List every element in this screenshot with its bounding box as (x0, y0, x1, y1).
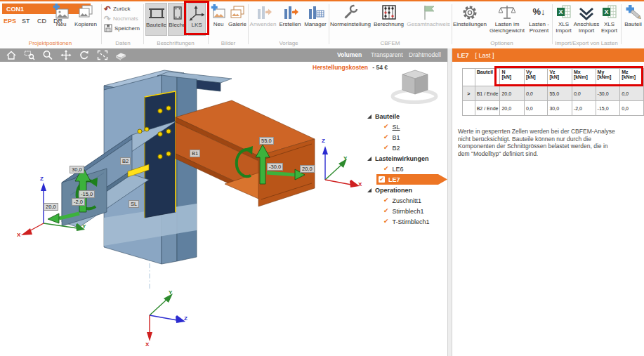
load-case-header: LE7 [ Last ] (452, 48, 644, 62)
button-label: Kopieren (74, 22, 97, 28)
view-mode-volumen[interactable]: Volumen (337, 51, 362, 58)
checkmark-icon[interactable]: ✔ (383, 218, 389, 225)
template-create-button[interactable]: Erstellen (277, 3, 303, 28)
button-label: Bauteil (624, 22, 641, 28)
import-arrows-icon (578, 3, 595, 22)
checkmark-icon[interactable]: ✔ (383, 197, 389, 204)
checkmark-icon[interactable]: ✔ (383, 166, 389, 172)
cost-label: Herstellungskosten (313, 64, 368, 71)
group-label: Vorlage (249, 40, 328, 46)
col-bauteil: Bauteil (475, 69, 500, 86)
checkmark-icon[interactable]: ✔ (383, 208, 389, 214)
tree-item-t-stirnblech1[interactable]: ✔T-Stirnblech1 (383, 216, 430, 227)
add-pencil-icon (624, 3, 643, 22)
axis-label-z: Z (40, 176, 44, 182)
group-separator (208, 4, 209, 44)
triad-right (322, 146, 360, 187)
panel-splitter[interactable] (447, 48, 452, 356)
template-create-icon (281, 3, 299, 22)
group-label: Import/Export von Lasten (553, 40, 619, 46)
home-view-button[interactable] (6, 50, 17, 60)
pan-button[interactable] (60, 50, 72, 60)
tree-item-b2[interactable]: ✔B2 (383, 143, 400, 153)
gear-icon (461, 3, 479, 22)
new-project-button[interactable]: Neu (51, 3, 72, 28)
cell-my[interactable]: -15,0 (596, 101, 620, 116)
connection-import-button[interactable]: Anschluss Import (574, 3, 598, 34)
checkmark-icon[interactable]: ✔ (383, 145, 389, 151)
cell-vy[interactable]: 0,0 (524, 101, 548, 116)
button-label: Nochmals (113, 15, 138, 22)
toggle-lks[interactable]: LKS (188, 3, 206, 36)
cell-n[interactable]: 20,0 (500, 101, 524, 116)
axis-label-y: Y (82, 223, 86, 230)
loads-equilibrium-button[interactable]: Lasten im Gleichgewicht (487, 3, 527, 34)
cell-vz[interactable]: 30,0 (548, 101, 572, 116)
cell-vz[interactable]: 55,0 (548, 86, 572, 101)
overall-check-button[interactable]: Gesamtnachweis (407, 3, 450, 28)
toggle-bauteile-labels[interactable]: Bauteile (145, 3, 167, 36)
checkmark-icon[interactable]: ✔ (383, 124, 389, 130)
checkbox-icon[interactable]: ✔ (379, 176, 385, 183)
navigation-cube[interactable] (393, 70, 436, 103)
button-label: Normeinstellung (330, 22, 371, 28)
tree-item-stirnblech1[interactable]: ✔Stirnblech1 (383, 206, 424, 216)
checkmark-icon[interactable]: ✔ (383, 134, 389, 140)
cell-mx[interactable]: -2,0 (572, 101, 596, 116)
undo-button[interactable]: ↶ Zurück (104, 4, 131, 13)
gallery-button[interactable]: Galerie (228, 3, 247, 28)
view-mode-transparent[interactable]: Transparent (371, 51, 403, 58)
tree-group-lasteinwirkungen[interactable]: Lasteinwirkungen (367, 153, 429, 164)
rotate-button[interactable] (79, 50, 90, 60)
col-my: My[kNm] (596, 69, 620, 86)
tree-item-le7-selected[interactable]: ✔ LE7 (376, 174, 447, 185)
3d-viewport[interactable]: Herstellungskosten - 54 € 30,0 -15,0 -2,… (0, 62, 447, 356)
calculation-button[interactable]: Berechnung (372, 3, 406, 28)
table-row-b2[interactable]: B2 / Ende 20,0 0,0 30,0 -2,0 -15,0 0,0 (463, 101, 644, 116)
loads-percent-button[interactable]: %↓ Lasten - Prozent (527, 3, 551, 34)
code-setup-button[interactable]: Normeinstellung (330, 3, 371, 28)
tree-item-le6[interactable]: ✔LE6 (383, 164, 404, 174)
tree-group-label: Bauteile (375, 113, 400, 120)
cell-mz[interactable]: 0,0 (620, 101, 644, 116)
expander-icon (367, 157, 372, 161)
tab-eps[interactable]: EPS (4, 18, 16, 25)
redo-button[interactable]: ↷ Nochmals (104, 14, 138, 23)
row-selector[interactable] (463, 101, 475, 116)
xls-import-button[interactable]: X XLS Import (553, 3, 574, 34)
tab-cd[interactable]: CD (37, 18, 46, 25)
add-member-button[interactable]: Bauteil (622, 3, 644, 28)
zoom-window-button[interactable] (24, 50, 35, 60)
tree-item-label: SL (393, 124, 400, 131)
row-selector[interactable]: > (463, 86, 475, 101)
tree-item-zuschnitt1[interactable]: ✔Zuschnitt1 (383, 195, 421, 206)
tree-group-operationen[interactable]: Operationen (367, 185, 412, 195)
settings-button[interactable]: Einstellungen (453, 3, 487, 28)
copy-project-button[interactable]: Kopieren (72, 3, 100, 28)
cell-mx: 0,0 (572, 86, 596, 101)
zoom-button[interactable] (42, 50, 53, 60)
view-mode-drahtmodell[interactable]: Drahtmodell (409, 51, 441, 58)
save-button[interactable]: Speichern (104, 24, 140, 33)
template-manager-button[interactable]: Manager (303, 3, 327, 28)
solid-box-button[interactable] (114, 50, 126, 60)
triad-bottom (147, 294, 185, 341)
cell-n[interactable]: 20,0 (500, 86, 524, 101)
tree-item-b1[interactable]: ✔B1 (383, 132, 400, 143)
tree-item-sl[interactable]: ✔SL (383, 121, 400, 132)
part-label-b2: B2 (120, 157, 131, 165)
new-picture-button[interactable]: Neu (210, 3, 227, 28)
fit-view-button[interactable] (97, 50, 108, 60)
tree-group-bauteile[interactable]: Bauteile (367, 111, 400, 121)
tree-group-label: Lasteinwirkungen (375, 155, 429, 162)
cell-my[interactable]: -30,0 (596, 86, 620, 101)
redo-icon: ↷ (104, 14, 111, 24)
button-label: Neu (56, 22, 67, 28)
tab-st[interactable]: ST (22, 18, 30, 25)
xls-export-button[interactable]: X XLS Export (599, 3, 619, 34)
part-label-sl: SL (129, 200, 139, 208)
template-apply-button[interactable]: Anwenden (249, 3, 277, 28)
table-row-b1[interactable]: > B1 / Ende 20,0 0,0 55,0 0,0 -30,0 0,0 (463, 86, 644, 101)
load-case-title: LE7 (457, 52, 469, 59)
toggle-bleche-labels[interactable]: Bleche (168, 3, 187, 36)
